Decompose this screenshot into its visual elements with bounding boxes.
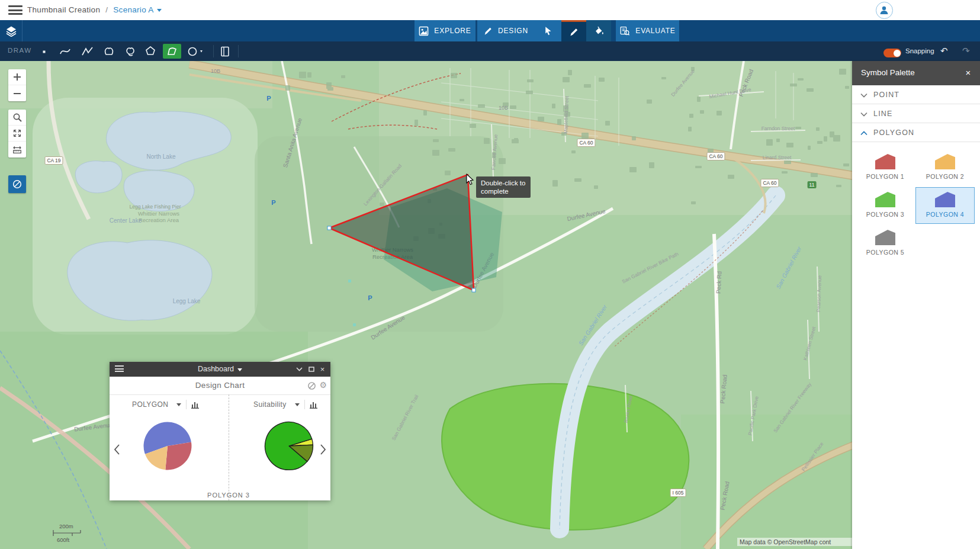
pencil-icon xyxy=(569,27,579,37)
draw-tooltip: Double-click tocomplete xyxy=(476,176,531,198)
search-button[interactable] xyxy=(8,110,26,126)
chevron-down-icon xyxy=(860,108,867,119)
dashboard-titlebar[interactable]: Dashboard × xyxy=(110,362,330,377)
measure-button[interactable] xyxy=(8,142,26,158)
dashboard-toggle-button[interactable] xyxy=(8,175,26,193)
polyline-tool[interactable] xyxy=(80,44,95,59)
maximize-button[interactable] xyxy=(306,364,316,374)
swatch-polygon-3[interactable]: POLYGON 3 xyxy=(856,187,915,224)
carousel-page-label: POLYGON 3 xyxy=(181,492,276,499)
fill-tool-button[interactable] xyxy=(586,20,611,41)
basemap-tool[interactable] xyxy=(217,44,233,59)
swatch-grid: POLYGON 1 POLYGON 2 POLYGON 3 POLYGON 4 … xyxy=(856,149,976,263)
freehand-polygon-tool[interactable] xyxy=(101,44,117,59)
symbol-palette-panel: Symbol Palette × POINT LINE POLYGON POLY… xyxy=(852,61,980,549)
curve-tool[interactable] xyxy=(57,44,73,59)
main-menu-icon[interactable] xyxy=(8,5,23,15)
design-chart-title: Design Chart xyxy=(110,381,330,390)
left-chart-selector[interactable]: POLYGON xyxy=(132,396,200,413)
right-chart-selector[interactable]: Suitability xyxy=(253,396,318,413)
point-tool[interactable] xyxy=(36,44,52,59)
chevron-down-icon[interactable] xyxy=(237,368,242,371)
scale-imperial: 600ft xyxy=(57,537,92,543)
zoom-in-button[interactable] xyxy=(8,69,26,85)
symbol-palette-title: Symbol Palette xyxy=(861,68,915,77)
draw-toolbar: DRAW Snapping ↶ ↷ xyxy=(0,41,980,61)
zoom-out-button[interactable] xyxy=(8,85,26,101)
chart-divider xyxy=(229,394,229,500)
chevron-down-icon xyxy=(157,9,162,12)
swatch-polygon-2[interactable]: POLYGON 2 xyxy=(915,149,975,186)
toolbar-separator xyxy=(213,45,214,57)
select-arrow-icon xyxy=(543,25,553,36)
autocomplete-polygon-tool[interactable] xyxy=(163,44,181,59)
zoom-control xyxy=(8,69,26,101)
tab-evaluate-label: EVALUATE xyxy=(635,27,675,35)
bar-chart-icon[interactable] xyxy=(191,401,200,409)
section-polygon[interactable]: POLYGON xyxy=(852,123,980,142)
chevron-down-icon xyxy=(860,89,867,100)
swatch-polygon-1[interactable]: POLYGON 1 xyxy=(856,149,915,186)
extent-button[interactable] xyxy=(8,126,26,142)
polygon-tool[interactable] xyxy=(143,44,158,59)
circle-tool[interactable] xyxy=(185,44,205,59)
map-viewport[interactable]: North LakeLegg Lake Fishing PierWhittier… xyxy=(0,61,980,549)
visibility-off-icon[interactable] xyxy=(307,381,316,393)
scale-bar: 200m 600ft xyxy=(51,523,92,543)
breadcrumb-root[interactable]: Thumbnail Creation xyxy=(27,5,100,14)
gear-icon[interactable]: ⚙ xyxy=(319,380,327,390)
redo-button[interactable]: ↷ xyxy=(962,46,970,56)
suitability-pie-chart[interactable] xyxy=(262,419,316,476)
select-tool-button[interactable] xyxy=(534,20,561,41)
evaluate-icon xyxy=(619,26,630,36)
map-attribution: Map data © OpenStreetMap cont xyxy=(737,538,852,546)
symbol-palette-header: Symbol Palette × xyxy=(852,61,980,85)
scale-metric: 200m xyxy=(59,523,92,529)
tab-design[interactable]: DESIGN xyxy=(477,20,534,41)
user-icon xyxy=(876,2,892,18)
mouse-cursor xyxy=(465,174,477,187)
swatch-polygon-4[interactable]: POLYGON 4 xyxy=(915,187,975,224)
paint-bucket-icon xyxy=(593,25,605,36)
draw-pencil-tool-button[interactable] xyxy=(561,20,586,41)
chevron-down-icon xyxy=(295,403,300,406)
close-button[interactable]: × xyxy=(317,364,327,374)
breadcrumb-scenario[interactable]: Scenario A xyxy=(113,5,153,14)
toolbar-separator xyxy=(238,45,239,57)
breadcrumb: Thumbnail Creation/Scenario A xyxy=(27,5,162,14)
layers-icon xyxy=(5,25,17,37)
map-tools xyxy=(8,110,26,158)
snapping-toggle[interactable] xyxy=(883,49,901,57)
design-pencil-icon xyxy=(483,26,493,36)
carousel-next-button[interactable] xyxy=(320,444,327,458)
mode-navbar: EXPLORE DESIGN EVALUATE xyxy=(0,20,980,41)
tab-explore-label: EXPLORE xyxy=(434,27,471,35)
dashboard-window: Dashboard × Design Chart ⚙ POLYGON Suita… xyxy=(110,362,330,500)
tab-design-label: DESIGN xyxy=(498,27,528,35)
carousel-prev-button[interactable] xyxy=(113,444,120,458)
section-line[interactable]: LINE xyxy=(852,104,980,123)
polygon-pie-chart[interactable] xyxy=(140,419,195,476)
close-icon[interactable]: × xyxy=(962,67,974,79)
bar-chart-icon[interactable] xyxy=(310,401,318,409)
collapse-button[interactable] xyxy=(294,364,304,374)
tab-evaluate[interactable]: EVALUATE xyxy=(616,20,679,41)
swatch-polygon-5[interactable]: POLYGON 5 xyxy=(856,225,915,262)
draw-toolbar-label: DRAW xyxy=(8,47,32,54)
layers-button[interactable] xyxy=(0,20,23,41)
top-header: Thumbnail Creation/Scenario A xyxy=(0,0,980,20)
explore-icon xyxy=(419,26,429,36)
snapping-label: Snapping xyxy=(905,47,934,54)
section-point[interactable]: POINT xyxy=(852,85,980,104)
app-window: Thumbnail Creation/Scenario A EXPLORE DE… xyxy=(0,0,980,549)
tab-explore[interactable]: EXPLORE xyxy=(415,20,475,41)
dashboard-title: Dashboard xyxy=(198,365,234,373)
lasso-tool[interactable] xyxy=(123,44,138,59)
undo-button[interactable]: ↶ xyxy=(940,46,948,56)
chevron-down-icon xyxy=(176,403,181,406)
chevron-up-icon xyxy=(860,127,867,138)
user-avatar[interactable] xyxy=(876,2,893,19)
dashboard-subheader: Design Chart ⚙ xyxy=(110,377,330,395)
